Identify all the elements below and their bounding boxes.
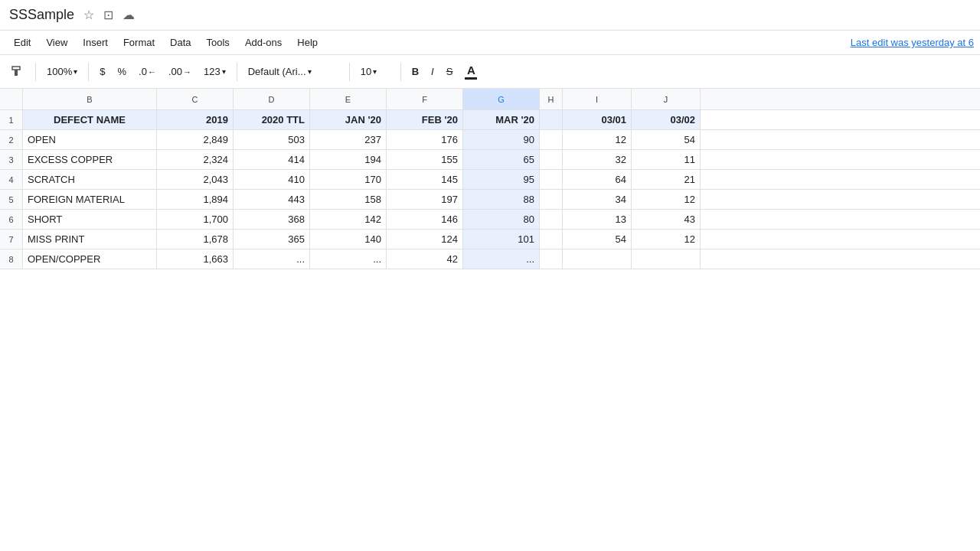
cell-d2[interactable]: 503 [234,130,310,149]
font-family-dropdown[interactable]: Default (Ari... ▾ [243,63,343,80]
menu-view[interactable]: View [38,34,75,51]
sheet-scroll[interactable]: B C D E F G H I J 1 DEFECT NAME 2019 202… [0,89,980,551]
menu-addons[interactable]: Add-ons [237,34,289,51]
cell-h8[interactable] [540,249,563,269]
cell-j2[interactable]: 54 [632,130,701,149]
cell-j6[interactable]: 43 [632,210,701,229]
cell-j4[interactable]: 21 [632,170,701,189]
cell-c3[interactable]: 2,324 [157,150,234,169]
cell-b2[interactable]: OPEN [23,130,157,149]
text-color-button[interactable]: A [460,60,482,83]
cell-i7[interactable]: 54 [563,230,632,249]
star-button[interactable]: ☆ [80,5,97,25]
cell-c8[interactable]: 1,663 [157,249,234,269]
cell-b6[interactable]: SHORT [23,210,157,229]
menu-insert[interactable]: Insert [75,34,116,51]
cell-f8[interactable]: 42 [387,249,463,269]
cell-i6[interactable]: 13 [563,210,632,229]
cell-c2[interactable]: 2,849 [157,130,234,149]
col-header-g[interactable]: G [463,89,540,109]
decimal-less-button[interactable]: .0 ← [134,63,161,80]
decimal-more-button[interactable]: .00 → [164,63,196,80]
col-header-c[interactable]: C [157,89,234,109]
cell-e4[interactable]: 170 [310,170,387,189]
cell-d5[interactable]: 443 [234,190,310,209]
cell-e7[interactable]: 140 [310,230,387,249]
cell-f4[interactable]: 145 [387,170,463,189]
menu-tools[interactable]: Tools [199,34,237,51]
move-to-folder-button[interactable]: ⊡ [100,5,116,25]
cell-b3[interactable]: EXCESS COPPER [23,150,157,169]
cell-i4[interactable]: 64 [563,170,632,189]
header-mar20[interactable]: MAR '20 [463,110,540,129]
cell-b4[interactable]: SCRATCH [23,170,157,189]
cell-c5[interactable]: 1,894 [157,190,234,209]
cell-h2[interactable] [540,130,563,149]
menu-edit[interactable]: Edit [6,34,38,51]
cell-j8[interactable] [632,249,701,269]
cell-f3[interactable]: 155 [387,150,463,169]
cell-d4[interactable]: 410 [234,170,310,189]
col-header-d[interactable]: D [234,89,310,109]
cell-j5[interactable]: 12 [632,190,701,209]
paint-format-button[interactable] [6,62,29,82]
zoom-dropdown[interactable]: 100% ▾ [42,63,82,80]
cell-f7[interactable]: 124 [387,230,463,249]
col-header-f[interactable]: F [387,89,463,109]
cell-d8[interactable]: ... [234,249,310,269]
cell-g7[interactable]: 101 [463,230,540,249]
cell-e2[interactable]: 237 [310,130,387,149]
cell-e5[interactable]: 158 [310,190,387,209]
cell-d3[interactable]: 414 [234,150,310,169]
cell-i2[interactable]: 12 [563,130,632,149]
cell-f2[interactable]: 176 [387,130,463,149]
col-header-j[interactable]: J [632,89,701,109]
col-header-i[interactable]: I [563,89,632,109]
cell-b7[interactable]: MISS PRINT [23,230,157,249]
cell-h6[interactable] [540,210,563,229]
cell-c6[interactable]: 1,700 [157,210,234,229]
more-formats-button[interactable]: 123 ▾ [199,63,230,80]
cell-h4[interactable] [540,170,563,189]
cell-g4[interactable]: 95 [463,170,540,189]
italic-button[interactable]: I [426,63,439,80]
currency-button[interactable]: $ [95,63,109,80]
cell-b5[interactable]: FOREIGN MATERIAL [23,190,157,209]
bold-button[interactable]: B [407,63,423,80]
cell-d6[interactable]: 368 [234,210,310,229]
menu-format[interactable]: Format [116,34,162,51]
header-0302[interactable]: 03/02 [632,110,701,129]
cell-e3[interactable]: 194 [310,150,387,169]
cell-b8[interactable]: OPEN/COPPER [23,249,157,269]
cell-f5[interactable]: 197 [387,190,463,209]
header-jan20[interactable]: JAN '20 [310,110,387,129]
col-header-e[interactable]: E [310,89,387,109]
cell-j7[interactable]: 12 [632,230,701,249]
cell-d7[interactable]: 365 [234,230,310,249]
header-h[interactable] [540,110,563,129]
cloud-save-button[interactable]: ☁ [119,5,138,25]
col-header-b[interactable]: B [23,89,157,109]
cell-i3[interactable]: 32 [563,150,632,169]
cell-c7[interactable]: 1,678 [157,230,234,249]
header-feb20[interactable]: FEB '20 [387,110,463,129]
header-2019[interactable]: 2019 [157,110,234,129]
last-edit-status[interactable]: Last edit was yesterday at 6 [851,37,974,48]
cell-g6[interactable]: 80 [463,210,540,229]
cell-i8[interactable] [563,249,632,269]
cell-h5[interactable] [540,190,563,209]
font-size-dropdown[interactable]: 10 ▾ [356,63,394,80]
cell-j3[interactable]: 11 [632,150,701,169]
cell-g2[interactable]: 90 [463,130,540,149]
header-0301[interactable]: 03/01 [563,110,632,129]
cell-e6[interactable]: 142 [310,210,387,229]
cell-e8[interactable]: ... [310,249,387,269]
cell-c4[interactable]: 2,043 [157,170,234,189]
cell-h3[interactable] [540,150,563,169]
cell-i5[interactable]: 34 [563,190,632,209]
header-2020ttl[interactable]: 2020 TTL [234,110,310,129]
header-defect-name[interactable]: DEFECT NAME [23,110,157,129]
cell-g3[interactable]: 65 [463,150,540,169]
cell-h7[interactable] [540,230,563,249]
percent-button[interactable]: % [113,63,131,80]
